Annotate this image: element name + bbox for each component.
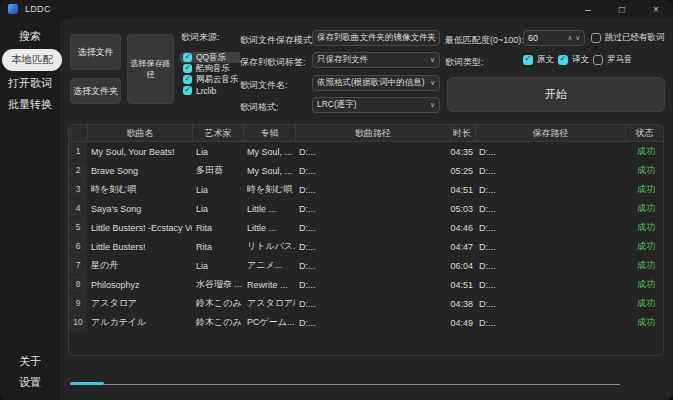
chevron-down-icon[interactable]: ∨ [575,34,580,42]
table-row[interactable]: 9 アスタロア 鈴木このみ アスタロア/... D:... 04:38 D:..… [69,294,663,313]
app-title: LDDC [25,4,51,14]
chevron-down-icon: ∨ [427,79,435,87]
source-item-qq-music[interactable]: QQ音乐 [180,52,240,63]
header-song-name[interactable]: 歌曲名 [87,125,192,141]
table-row[interactable]: 5 Little Busters! -Ecstacy Ver.- Rita Li… [69,218,663,237]
cell-song-name: Saya's Song [87,204,192,214]
header-song-path[interactable]: 歌曲路径 [295,125,450,141]
cell-album: My Soul, ... [243,147,295,157]
cell-song-name: アルカテイル [87,316,192,329]
titlebar: LDDC – □ × [0,0,673,18]
min-match-spinbox[interactable]: ∧∨ [523,30,585,46]
minimize-button[interactable]: – [571,0,605,18]
row-number: 7 [69,256,87,275]
row-number: 1 [69,142,87,161]
select-file-button[interactable]: 选择文件 [70,34,121,70]
source-item-lrclib[interactable]: Lrclib [180,85,240,96]
min-match-label: 最低匹配度(0~100): [445,34,524,47]
save-tag-select[interactable]: 只保存到文件 ∨ [312,52,440,68]
checkbox-checked-icon[interactable] [183,64,192,73]
skip-existing-checkbox-row[interactable]: 跳过已经有歌词 [591,32,665,44]
row-number: 4 [69,199,87,218]
checkbox-checked-icon[interactable] [183,53,192,62]
min-match-input[interactable] [528,33,560,43]
table-row[interactable]: 4 Saya's Song Lia Little ... D:... 05:03… [69,199,663,218]
select-save-path-button[interactable]: 选择保存路径 [127,34,174,104]
lyric-format-select[interactable]: LRC(逐字) ∨ [312,97,440,113]
cell-song-name: Brave Song [87,166,192,176]
type-translation-checkbox-row[interactable]: 译文 [558,54,589,66]
sidebar-item-open-lyrics[interactable]: 打开歌词 [0,75,60,91]
sidebar-item-settings[interactable]: 设置 [0,374,60,390]
cell-song-path: D:... [295,204,450,214]
cell-save-path: D:... [475,204,625,214]
cell-song-name: Little Busters! -Ecstacy Ver.- [87,223,192,233]
source-item-kugou[interactable]: 酷狗音乐 [180,63,240,74]
header-duration[interactable]: 时长 [450,125,475,141]
cell-save-path: D:... [475,261,625,271]
sidebar-item-about[interactable]: 关于 [0,353,60,369]
source-item-netease[interactable]: 网易云音乐 [180,74,240,85]
cell-artist: 鈴木このみ [192,297,243,310]
cell-status: 成功 [625,202,663,215]
cell-save-path: D:... [475,318,625,328]
cell-duration: 04:49 [450,318,475,328]
table-row[interactable]: 2 Brave Song 多田葵 My Soul, ... D:... 05:2… [69,161,663,180]
sidebar-item-batch-convert[interactable]: 批量转换 [0,96,60,112]
cell-artist: 水谷瑠奈 ... [192,278,243,291]
row-number: 9 [69,294,87,313]
cell-status: 成功 [625,145,663,158]
table-row[interactable]: 10 アルカテイル 鈴木このみ PCゲーム... D:... 04:49 D:.… [69,313,663,332]
header-artist[interactable]: 艺术家 [192,125,243,141]
cell-artist: Rita [192,242,243,252]
lyric-format-value: LRC(逐字) [317,99,357,111]
close-button[interactable]: × [639,0,673,18]
cell-song-name: Philosophyz [87,280,192,290]
cell-save-path: D:... [475,185,625,195]
type-romaji-label: 罗马音 [607,54,633,66]
maximize-button[interactable]: □ [605,0,639,18]
cell-artist: 多田葵 [192,164,243,177]
checkbox-checked-icon[interactable] [558,55,568,65]
cell-album: Rewrite ... [243,280,295,290]
checkbox-checked-icon[interactable] [523,55,533,65]
checkbox-unchecked-icon[interactable] [593,55,603,65]
results-table: 歌曲名 艺术家 专辑 歌曲路径 时长 保存路径 状态 1 My Soul, Yo… [68,124,664,356]
window-controls: – □ × [571,0,673,18]
cell-duration: 04:38 [450,299,475,309]
checkbox-checked-icon[interactable] [183,86,192,95]
cell-album: Little ... [243,204,295,214]
cell-song-path: D:... [295,166,450,176]
type-original-checkbox-row[interactable]: 原文 [523,54,554,66]
table-row[interactable]: 6 Little Busters! Rita リトルバス... D:... 04… [69,237,663,256]
select-folder-button[interactable]: 选择文件夹 [70,78,121,104]
header-save-path[interactable]: 保存路径 [475,125,625,141]
filename-format-label: 歌词文件名: [240,79,288,92]
cell-save-path: D:... [475,166,625,176]
lyric-format-label: 歌词格式: [240,101,279,114]
table-row[interactable]: 3 時を刻む唄 Lia 時を刻む唄 ... D:... 04:51 D:... … [69,180,663,199]
sidebar-item-search[interactable]: 搜索 [0,28,60,44]
table-row[interactable]: 1 My Soul, Your Beats! Lia My Soul, ... … [69,142,663,161]
header-album[interactable]: 专辑 [243,125,295,141]
cell-artist: Rita [192,223,243,233]
table-row[interactable]: 8 Philosophyz 水谷瑠奈 ... Rewrite ... D:...… [69,275,663,294]
sidebar-item-local-match-active[interactable]: 本地匹配 [2,49,62,71]
header-status[interactable]: 状态 [625,125,663,141]
spinner-arrows[interactable]: ∧∨ [567,34,580,42]
lyric-type-label: 歌词类型: [445,56,484,69]
filename-format-select[interactable]: 依照格式(根据歌词中的信息) ∨ [312,75,440,91]
start-button[interactable]: 开始 [447,77,665,112]
row-number: 8 [69,275,87,294]
cell-song-path: D:... [295,242,450,252]
chevron-up-icon[interactable]: ∧ [567,34,572,42]
save-mode-select[interactable]: 保存到歌曲文件夹的镜像文件夹 ∨ [312,30,440,46]
table-row[interactable]: 7 星の舟 Lia アニメ... D:... 06:04 D:... 成功 [69,256,663,275]
cell-album: アニメ... [243,259,295,272]
checkbox-unchecked-icon[interactable] [591,33,601,43]
type-romaji-checkbox-row[interactable]: 罗马音 [593,54,633,66]
checkbox-checked-icon[interactable] [183,75,192,84]
save-tag-value: 只保存到文件 [317,54,368,66]
cell-song-path: D:... [295,318,450,328]
chevron-down-icon: ∨ [427,56,435,64]
